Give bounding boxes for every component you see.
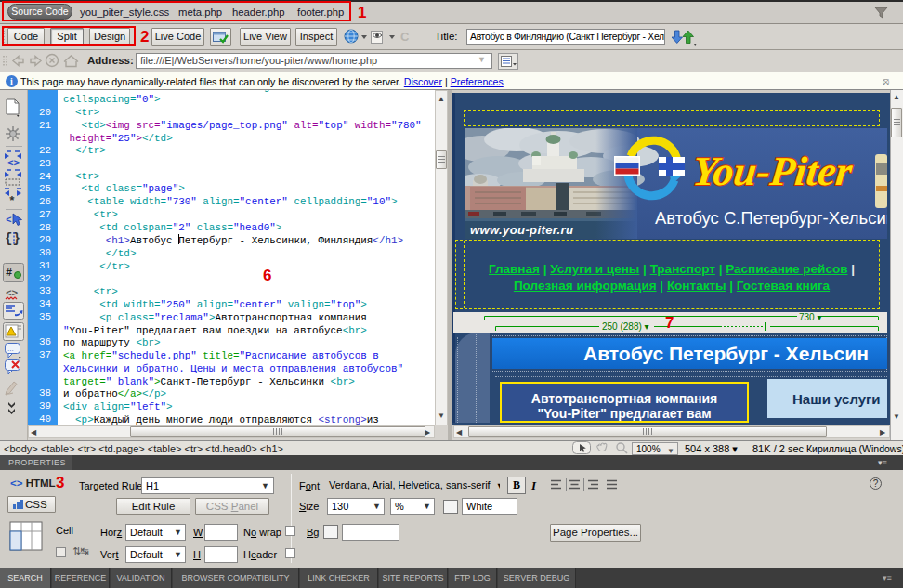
svg-text:#: # xyxy=(6,267,12,280)
svg-text:You-Piter: You-Piter xyxy=(691,149,856,194)
svg-text:Автобус С.Петербург-Хельсинки: Автобус С.Петербург-Хельсинки xyxy=(655,208,887,228)
svg-text:250 (288) ▾: 250 (288) ▾ xyxy=(602,321,649,332)
svg-text:...: ... xyxy=(7,345,14,353)
svg-text:730 ▾: 730 ▾ xyxy=(799,312,822,322)
svg-text:{}: {} xyxy=(5,231,20,246)
svg-text:<: < xyxy=(6,215,12,226)
svg-text:<>: <> xyxy=(7,158,20,169)
svg-text:*: * xyxy=(8,194,16,208)
